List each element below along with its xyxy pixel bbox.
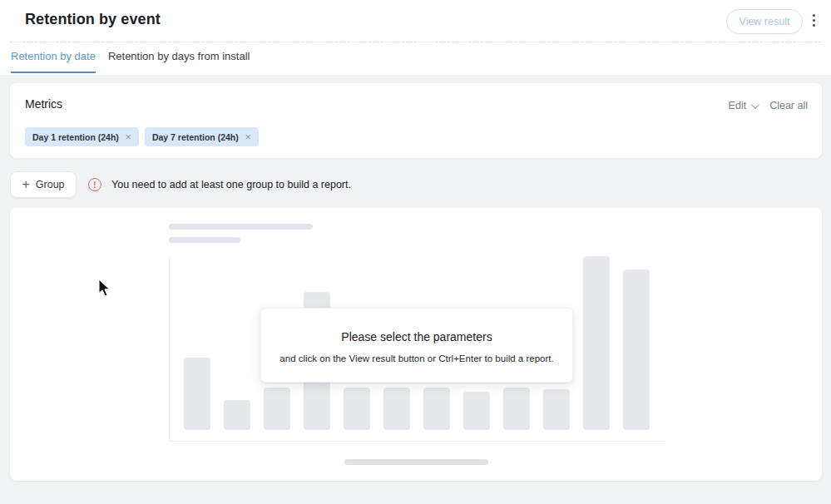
chart-card: Please select the parameters and click o… — [10, 208, 822, 481]
metrics-actions: Edit Clear all — [729, 100, 808, 111]
skeleton-legend-line — [344, 459, 488, 465]
metric-chip-day-7-retention[interactable]: Day 7 retention (24h) × — [145, 127, 259, 146]
skeleton-title-line — [169, 224, 313, 230]
skeleton-bar — [184, 358, 210, 430]
metric-chips: Day 1 retention (24h) × Day 7 retention … — [25, 127, 259, 146]
skeleton-bar — [543, 389, 570, 430]
add-group-button-label: Group — [36, 179, 65, 190]
placeholder-subtitle: and click on the View result button or C… — [261, 353, 572, 363]
page-title: Retention by event — [25, 11, 161, 28]
chip-label: Day 1 retention (24h) — [32, 132, 119, 142]
skeleton-bar — [623, 269, 650, 430]
tab-retention-by-date[interactable]: Retention by date — [11, 50, 96, 73]
remove-chip-icon[interactable]: × — [126, 132, 131, 142]
metrics-title: Metrics — [25, 97, 62, 111]
metrics-card: Metrics Edit Clear all Day 1 retention (… — [10, 83, 822, 158]
skeleton-bar — [583, 256, 610, 430]
warning-text: You need to add at least one group to bu… — [111, 179, 351, 190]
chip-label: Day 7 retention (24h) — [152, 132, 239, 142]
metric-chip-day-1-retention[interactable]: Day 1 retention (24h) × — [25, 127, 139, 146]
chart-y-axis — [169, 256, 170, 441]
tab-retention-by-days-from-install[interactable]: Retention by days from install — [108, 50, 250, 73]
placeholder-title: Please select the parameters — [261, 330, 572, 343]
skeleton-bar — [423, 388, 450, 430]
add-group-button[interactable]: + Group — [10, 171, 77, 198]
header-divider — [10, 42, 821, 42]
remove-chip-icon[interactable]: × — [245, 132, 251, 142]
skeleton-bar — [224, 400, 250, 430]
skeleton-bar — [264, 388, 290, 430]
plus-icon: + — [22, 178, 29, 191]
warning-icon: ! — [88, 178, 101, 191]
skeleton-bar — [503, 388, 530, 430]
skeleton-bar — [344, 388, 370, 430]
skeleton-subtitle-line — [169, 237, 240, 243]
edit-button[interactable]: Edit — [729, 100, 758, 111]
skeleton-bar — [383, 388, 410, 430]
view-result-button[interactable]: View result — [726, 9, 803, 34]
tab-bar: Retention by date Retention by days from… — [11, 50, 250, 73]
chart-x-axis — [169, 441, 665, 442]
header: Retention by event View result Retention… — [0, 0, 831, 75]
clear-all-button[interactable]: Clear all — [769, 100, 808, 111]
group-warning: ! You need to add at least one group to … — [88, 171, 351, 198]
skeleton-bar — [463, 392, 490, 430]
placeholder-message: Please select the parameters and click o… — [260, 308, 573, 383]
chevron-down-icon — [751, 101, 759, 109]
edit-button-label: Edit — [729, 100, 747, 111]
kebab-menu-icon[interactable] — [809, 14, 819, 31]
